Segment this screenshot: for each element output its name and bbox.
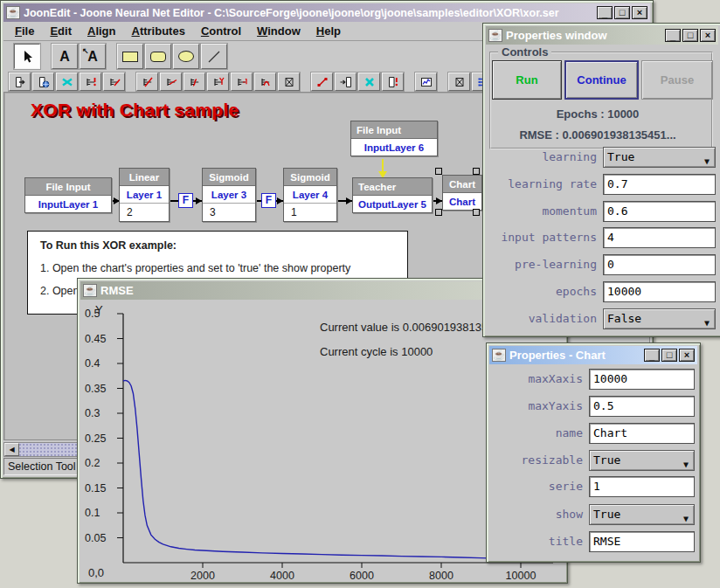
svg-text:0.35: 0.35 (85, 383, 106, 395)
epochs-status: Epochs : 10000 (483, 107, 712, 121)
text-tool-icon[interactable]: A (52, 44, 78, 69)
pre-learning-field[interactable]: 0 (603, 254, 716, 275)
node-chart[interactable]: Chart Chart (442, 175, 482, 211)
synapse-f-box[interactable]: F (261, 193, 276, 208)
max-x-axis-field[interactable]: 10000 (589, 369, 695, 390)
status-text: Selection Tool (8, 460, 76, 473)
chart-properties-titlebar[interactable]: ☕ Properties - Chart _ □ × (489, 346, 697, 364)
open-net-icon[interactable] (32, 73, 54, 91)
node-sigmoid-layer-3[interactable]: Sigmoid Layer 3 3 (202, 168, 256, 222)
synapse-f-box[interactable]: F (178, 193, 193, 208)
property-label: epochs (483, 281, 597, 302)
selection-handle[interactable] (435, 209, 442, 216)
maximize-button[interactable]: □ (614, 6, 630, 19)
maximize-button[interactable]: □ (682, 29, 698, 42)
select-value: True (593, 453, 620, 467)
file-output-icon[interactable] (382, 73, 404, 91)
teacher-connection-line (382, 159, 384, 172)
max-y-axis-field[interactable]: 0.5 (589, 396, 695, 417)
momentum-field[interactable]: 0.6 (603, 201, 716, 222)
connection-line (170, 200, 178, 202)
learning-rate-field[interactable]: 0.7 (603, 174, 716, 195)
property-row-learning: learning True▼ (483, 147, 720, 168)
validation-select[interactable]: False▼ (603, 308, 716, 329)
epochs-field[interactable]: 10000 (603, 281, 716, 302)
delete-icon[interactable] (358, 73, 380, 91)
rectangle-tool-icon[interactable] (117, 44, 143, 69)
node-linear-layer-1[interactable]: Linear Layer 1 2 (119, 168, 170, 222)
run-button[interactable]: Run (492, 60, 562, 100)
name-field[interactable]: Chart (589, 423, 695, 444)
arrowhead-icon (346, 197, 352, 204)
sigmoid-layer-icon[interactable] (136, 73, 158, 91)
menu-attributes[interactable]: Attributes (123, 23, 192, 39)
menu-file[interactable]: File (7, 23, 42, 39)
current-value-annotation: Current value is 0.0069019381354 (320, 321, 494, 334)
property-label: name (487, 423, 583, 444)
linear-layer-icon[interactable] (160, 73, 182, 91)
tanh-layer-icon[interactable] (183, 73, 205, 91)
close-button[interactable]: × (679, 349, 695, 362)
menu-control[interactable]: Control (193, 23, 249, 39)
resizable-select[interactable]: True▼ (589, 450, 695, 471)
export-net-icon[interactable] (9, 73, 31, 91)
selection-handle[interactable] (473, 209, 480, 216)
minimize-button[interactable]: _ (665, 29, 681, 42)
rounded-rectangle-tool-icon[interactable] (145, 44, 171, 69)
minimize-button[interactable]: _ (597, 6, 613, 19)
chart-properties-title: Properties - Chart (509, 349, 606, 362)
property-label: serie (487, 476, 583, 497)
line-tool-icon[interactable] (201, 44, 227, 69)
serie-field[interactable]: 1 (589, 476, 695, 497)
segment-icon[interactable] (311, 73, 333, 91)
file-input-icon[interactable] (335, 73, 357, 91)
menu-help[interactable]: Help (308, 23, 349, 39)
continue-button[interactable]: Continue (564, 60, 639, 100)
synapse-alert-icon[interactable] (80, 73, 101, 91)
delay-layer-icon[interactable] (207, 73, 229, 91)
rmse-window-title: RMSE (100, 284, 134, 297)
property-row-epochs: epochs 10000 (483, 281, 720, 302)
property-row-resizable: resizable True▼ (487, 450, 700, 471)
svg-text:0.45: 0.45 (85, 333, 106, 345)
properties-window-titlebar[interactable]: ☕ Properties window _ □ × (486, 26, 718, 45)
node-name-label: Layer 3 (203, 186, 255, 203)
menu-window[interactable]: Window (249, 23, 308, 39)
note-heading: To Run this XOR example: (40, 239, 395, 252)
synapse-break-icon[interactable] (103, 73, 125, 91)
node-neuron-count: 1 (284, 203, 336, 221)
node-type-label: Linear (120, 169, 169, 186)
rbf-layer-icon[interactable] (254, 73, 276, 91)
ellipse-tool-icon[interactable] (173, 44, 199, 69)
pause-button[interactable]: Pause (641, 60, 713, 100)
selection-tool-icon[interactable] (14, 44, 40, 69)
title-field[interactable]: RMSE (589, 531, 695, 552)
minimize-button[interactable]: _ (644, 349, 660, 362)
menu-edit[interactable]: Edit (42, 23, 80, 39)
chart-output-icon[interactable] (415, 73, 437, 91)
property-label: maxXaxis (487, 369, 583, 390)
close-button[interactable]: × (700, 29, 716, 42)
selection-handle[interactable] (435, 168, 442, 175)
node-input-layer-1[interactable]: File Input InputLayer 1 (24, 177, 112, 213)
input-patterns-field[interactable]: 4 (603, 227, 716, 248)
menu-align[interactable]: Align (80, 23, 124, 39)
xor-sample-icon[interactable] (56, 73, 78, 91)
node-input-layer-6[interactable]: File Input InputLayer 6 (350, 121, 438, 156)
main-window-titlebar[interactable]: ☕ JoonEdit - Joone Neural Net Editor - C… (3, 3, 650, 22)
nested-net-icon[interactable] (278, 73, 300, 91)
maximize-button[interactable]: □ (661, 349, 677, 362)
selection-handle[interactable] (473, 168, 480, 175)
close-button[interactable]: × (632, 6, 647, 19)
dropdown-arrow-icon: ▼ (704, 314, 710, 329)
java-icon: ☕ (83, 284, 97, 297)
node-sigmoid-layer-4[interactable]: Sigmoid Layer 4 1 (283, 168, 337, 222)
node-teacher-output-layer-5[interactable]: Teacher OutputLayer 5 (352, 177, 433, 213)
rotated-text-tool-icon[interactable]: A↖ (80, 44, 106, 69)
full-synapse-icon[interactable] (448, 73, 470, 91)
show-select[interactable]: True▼ (589, 504, 695, 525)
learning-select[interactable]: True▼ (603, 147, 716, 168)
context-layer-icon[interactable] (231, 73, 253, 91)
current-cycle-annotation: Current cycle is 10000 (320, 345, 433, 358)
scroll-left-icon[interactable]: ◀ (4, 443, 19, 456)
